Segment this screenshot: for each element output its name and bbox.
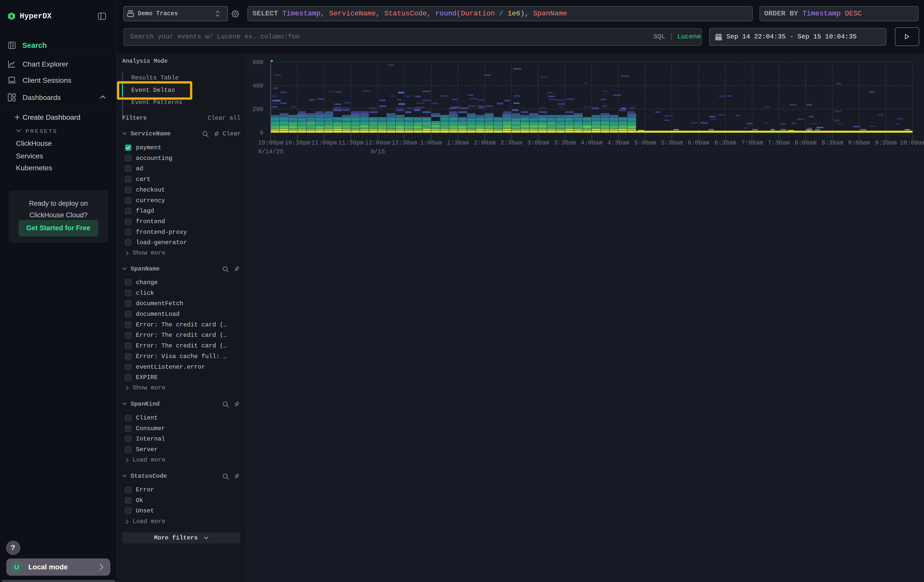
svg-text:6:00am: 6:00am	[688, 139, 710, 146]
svg-text:10:00pm: 10:00pm	[258, 139, 284, 146]
svg-text:5:00am: 5:00am	[634, 139, 656, 146]
svg-text:12:00am: 12:00am	[365, 139, 391, 146]
svg-text:200: 200	[252, 106, 263, 113]
svg-text:6:30am: 6:30am	[714, 139, 736, 146]
svg-text:2:30am: 2:30am	[500, 139, 522, 146]
svg-text:600: 600	[252, 59, 263, 66]
svg-text:0: 0	[260, 130, 263, 137]
svg-text:7:30am: 7:30am	[768, 139, 790, 146]
svg-text:9:00am: 9:00am	[848, 139, 870, 146]
svg-text:9:30am: 9:30am	[875, 139, 897, 146]
svg-text:2:00am: 2:00am	[474, 139, 496, 146]
svg-text:10:30pm: 10:30pm	[285, 139, 310, 146]
svg-text:4:30am: 4:30am	[607, 139, 629, 146]
svg-text:400: 400	[252, 82, 263, 89]
svg-text:9/14/25: 9/14/25	[258, 148, 284, 155]
svg-text:5:30am: 5:30am	[661, 139, 683, 146]
svg-text:11:00pm: 11:00pm	[312, 139, 337, 146]
svg-text:4:00am: 4:00am	[581, 139, 602, 146]
svg-text:9/15: 9/15	[370, 148, 385, 155]
svg-text:1:00am: 1:00am	[420, 139, 442, 146]
svg-text:1:30am: 1:30am	[447, 139, 469, 146]
svg-text:8:00am: 8:00am	[795, 139, 817, 146]
svg-text:3:00am: 3:00am	[527, 139, 549, 146]
svg-text:12:30am: 12:30am	[392, 139, 417, 146]
svg-text:8:30am: 8:30am	[822, 139, 843, 146]
svg-text:3:30am: 3:30am	[554, 139, 576, 146]
svg-text:10:00am: 10:00am	[900, 139, 924, 146]
svg-text:11:30pm: 11:30pm	[338, 139, 364, 146]
svg-text:7:00am: 7:00am	[741, 139, 763, 146]
